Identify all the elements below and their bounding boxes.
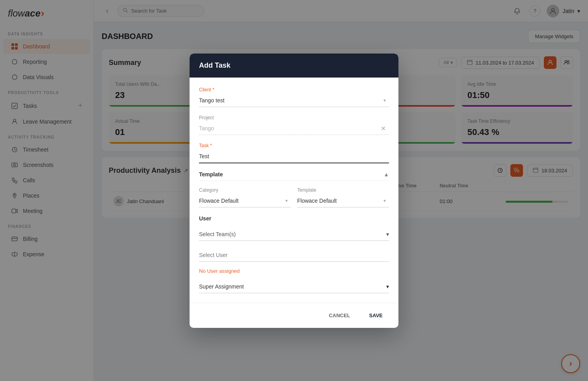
template-chevron-icon[interactable]: ▲ — [383, 171, 389, 178]
teams-chevron-icon: ▾ — [386, 231, 389, 237]
add-task-modal: Add Task Client * Tango test ▾ Project — [190, 54, 398, 328]
teams-form-group: Select Team(s) ▾ — [199, 228, 389, 241]
modal-overlay[interactable]: Add Task Client * Tango test ▾ Project — [0, 0, 588, 381]
user-select-input[interactable] — [199, 249, 389, 262]
client-label: Client * — [199, 87, 389, 92]
cancel-button[interactable]: CANCEL — [322, 309, 356, 322]
project-label: Project — [199, 115, 389, 120]
template-label: Template — [297, 187, 389, 193]
template-section-header: Template ▲ — [199, 171, 389, 181]
task-form-group: Task * — [199, 143, 389, 163]
super-assignment-wrapper: Super Assignment ▾ — [199, 280, 389, 293]
modal-footer: CANCEL SAVE — [190, 303, 398, 328]
teams-select-label: Select Team(s) — [199, 231, 236, 237]
template-form-group: Template Flowace Default ▾ — [297, 187, 389, 207]
save-button[interactable]: SAVE — [363, 309, 389, 322]
category-select-wrapper: Flowace Default ▾ — [199, 194, 291, 207]
project-clear-icon[interactable]: ✕ — [381, 125, 386, 132]
task-required-star: * — [210, 143, 212, 148]
project-form-group: Project ✕ — [199, 115, 389, 135]
template-select-wrapper: Flowace Default ▾ — [297, 194, 389, 207]
super-assignment-button[interactable]: Super Assignment ▾ — [199, 280, 389, 293]
modal-title: Add Task — [199, 61, 231, 69]
client-select-wrapper: Tango test ▾ — [199, 94, 389, 107]
super-assignment-label: Super Assignment — [199, 283, 244, 290]
category-label: Category — [199, 187, 291, 193]
template-section-label: Template — [199, 171, 223, 178]
task-label: Task * — [199, 143, 389, 148]
teams-select-button[interactable]: Select Team(s) ▾ — [199, 228, 389, 241]
no-user-message: No User assigned — [199, 268, 389, 274]
client-required-star: * — [212, 87, 214, 92]
template-fields: Category Flowace Default ▾ Template Flow… — [199, 187, 389, 215]
project-input[interactable] — [199, 122, 389, 135]
user-section-title: User — [199, 215, 389, 222]
task-input[interactable] — [199, 150, 389, 163]
super-assignment-chevron-icon: ▾ — [386, 283, 389, 290]
client-form-group: Client * Tango test ▾ — [199, 87, 389, 107]
category-select[interactable]: Flowace Default — [199, 194, 291, 207]
category-form-group: Category Flowace Default ▾ — [199, 187, 291, 207]
client-select[interactable]: Tango test — [199, 94, 389, 107]
modal-header: Add Task — [190, 54, 398, 78]
project-input-wrapper: ✕ — [199, 122, 389, 135]
modal-body: Client * Tango test ▾ Project ✕ — [190, 78, 398, 303]
template-select[interactable]: Flowace Default — [297, 194, 389, 207]
